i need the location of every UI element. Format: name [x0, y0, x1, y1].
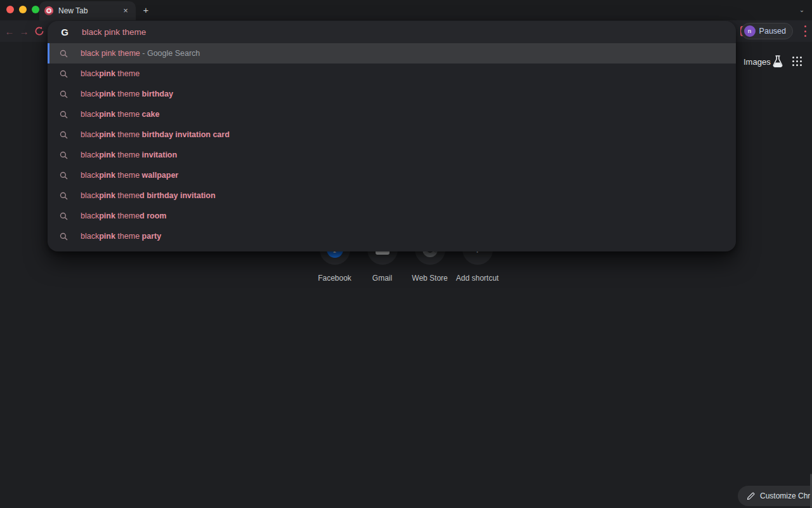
search-icon	[59, 90, 68, 98]
search-icon	[59, 211, 68, 220]
minimize-window-button[interactable]	[19, 6, 27, 13]
suggestion-text: blackpink theme wallpaper	[81, 171, 178, 180]
search-icon	[59, 171, 68, 180]
suggestion-row[interactable]: blackpink theme wallpaper	[48, 165, 736, 185]
tab-new-tab[interactable]: New Tab ×	[39, 1, 136, 20]
suggestion-row[interactable]: blackpink themed room	[48, 206, 736, 226]
customize-chrome-label: Customize Chrome	[760, 491, 812, 500]
reload-button[interactable]	[32, 23, 47, 39]
shortcut-label: Facebook	[318, 274, 351, 283]
shortcut-label: Web Store	[412, 274, 447, 283]
suggestion-text: blackpink theme birthday invitation card	[81, 130, 230, 139]
suggestion-text: blackpink theme invitation	[81, 150, 177, 159]
search-icon	[59, 110, 68, 119]
tab-title: New Tab	[58, 6, 121, 15]
window-controls	[6, 6, 39, 13]
browser-menu-button[interactable]	[804, 25, 806, 37]
forward-button[interactable]: →	[16, 23, 32, 39]
chrome-favicon-icon	[44, 6, 53, 15]
suggestion-text: blackpink theme	[81, 69, 140, 78]
profile-avatar: n	[744, 25, 756, 37]
search-icon	[59, 49, 68, 58]
suggestion-row[interactable]: blackpink theme cake	[48, 104, 736, 124]
suggestion-row[interactable]: blackpink theme birthday invitation card	[48, 124, 736, 145]
customize-chrome-button[interactable]: Customize Chrome	[738, 486, 812, 506]
suggestion-text: blackpink themed room	[81, 211, 166, 220]
fullscreen-window-button[interactable]	[32, 6, 39, 13]
reload-icon	[34, 26, 44, 36]
suggestion-text: blackpink themed birthday invitation	[81, 191, 216, 200]
search-icon	[59, 130, 68, 139]
omnibox-dropdown: G black pink theme black pink theme - Go…	[48, 21, 736, 251]
suggestion-row[interactable]: blackpink themed birthday invitation	[48, 185, 736, 206]
tab-strip: New Tab × + ⌄	[0, 0, 812, 20]
omnibox[interactable]: G black pink theme	[48, 21, 736, 43]
shortcut-label: Add shortcut	[456, 274, 499, 283]
back-button[interactable]: ←	[2, 23, 17, 39]
suggestion-text: black pink theme - Google Search	[81, 49, 200, 58]
suggestion-text: blackpink theme cake	[81, 110, 159, 119]
close-window-button[interactable]	[6, 6, 14, 13]
pencil-icon	[747, 492, 755, 500]
paused-label: Paused	[759, 27, 786, 36]
suggestion-text: blackpink theme birthday	[81, 90, 173, 98]
suggestion-list: black pink theme - Google Search blackpi…	[48, 43, 736, 251]
suggestion-row[interactable]: blackpink theme invitation	[48, 145, 736, 165]
profile-paused-button[interactable]: n Paused	[741, 23, 793, 39]
shortcut-label: Gmail	[372, 274, 392, 283]
new-tab-button[interactable]: +	[140, 4, 152, 16]
omnibox-query-text[interactable]: black pink theme	[82, 27, 146, 37]
suggestion-row[interactable]: black pink theme - Google Search	[48, 43, 736, 64]
search-icon	[59, 191, 68, 200]
suggestion-row[interactable]: blackpink theme party	[48, 226, 736, 246]
search-labs-icon[interactable]	[771, 53, 785, 70]
suggestion-text: blackpink theme party	[81, 232, 161, 241]
google-apps-icon[interactable]	[792, 57, 802, 67]
suggestion-row[interactable]: blackpink theme birthday	[48, 84, 736, 104]
images-link[interactable]: Images	[743, 57, 771, 67]
search-icon	[59, 232, 68, 241]
suggestion-row[interactable]: blackpink theme	[48, 64, 736, 84]
tab-close-icon[interactable]: ×	[121, 6, 131, 16]
tabstrip-chevron-icon[interactable]: ⌄	[797, 5, 807, 15]
search-icon	[59, 69, 68, 78]
search-icon	[59, 150, 68, 159]
google-g-icon: G	[59, 27, 70, 38]
